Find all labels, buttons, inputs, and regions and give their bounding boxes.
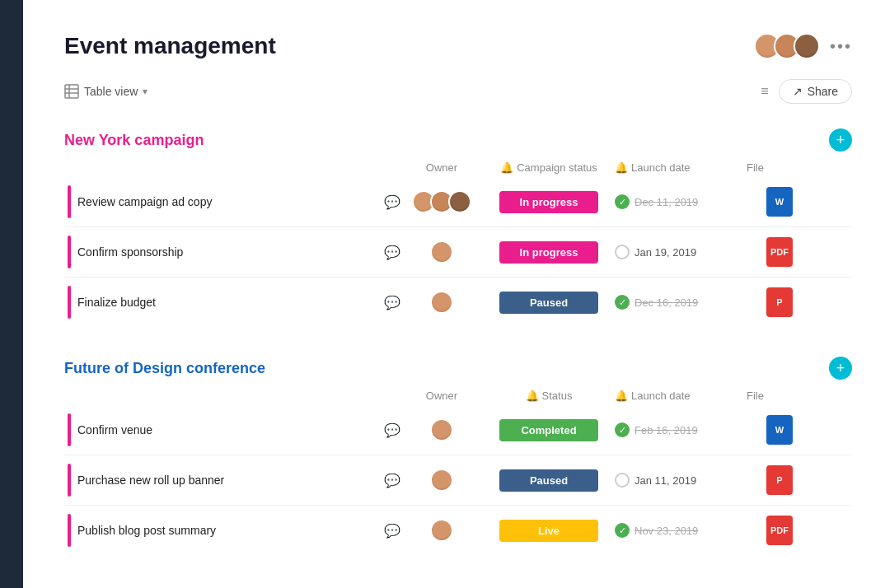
status-cell: Paused <box>483 469 615 492</box>
add-task-button[interactable]: + <box>829 128 852 152</box>
toolbar-right: ≡ ↗ Share <box>761 79 852 104</box>
section-fod-conference: Future of Design conference + Owner 🔔Sta… <box>64 357 852 552</box>
comment-icon[interactable]: 💬 <box>384 194 400 210</box>
date-value: Jan 19, 2019 <box>634 246 696 259</box>
col-file-header: File <box>747 390 812 402</box>
file-icon-pdf[interactable]: PDF <box>766 516 793 545</box>
section-ny-campaign: New York campaign + Owner 🔔Campaign stat… <box>64 128 852 324</box>
owner-avatar <box>448 190 471 213</box>
task-border <box>68 514 71 547</box>
share-button[interactable]: ↗ Share <box>779 79 852 104</box>
col-date-header: 🔔Launch date <box>615 390 747 402</box>
check-icon: ✓ <box>615 422 630 437</box>
table-row: Publish blog post summary 💬 Live ✓ Nov 2… <box>64 509 852 552</box>
file-icon-ppt[interactable]: P <box>766 287 793 317</box>
task-border <box>68 413 71 446</box>
status-badge[interactable]: In progress <box>499 191 598 213</box>
file-icon-word[interactable]: W <box>766 415 793 445</box>
task-name: Review campaign ad copy <box>77 195 377 208</box>
file-icon-pdf[interactable]: PDF <box>766 237 793 267</box>
date-cell: Jan 19, 2019 <box>615 245 747 259</box>
svg-rect-0 <box>65 85 78 98</box>
more-options-button[interactable]: ••• <box>830 37 852 56</box>
file-icon-word[interactable]: W <box>766 187 793 217</box>
task-border <box>68 236 71 268</box>
task-cell: Review campaign ad copy 💬 <box>64 185 400 218</box>
file-cell: P <box>747 465 812 495</box>
comment-icon[interactable]: 💬 <box>384 295 400 310</box>
file-icon-ppt[interactable]: P <box>766 465 793 495</box>
owner-avatars <box>430 519 453 542</box>
table-row: Confirm sponsorship 💬 In progress Jan 19… <box>64 231 852 273</box>
task-cell: Finalize budget 💬 <box>64 286 400 319</box>
date-value: Feb 16, 2019 <box>634 424 698 436</box>
header-right: ••• <box>754 33 852 59</box>
status-badge[interactable]: Paused <box>499 292 598 314</box>
owner-avatar <box>430 519 453 542</box>
status-cell: Live <box>483 520 615 542</box>
avatar <box>794 33 820 59</box>
status-cell: Completed <box>483 419 615 441</box>
sections-container: New York campaign + Owner 🔔Campaign stat… <box>64 128 852 552</box>
owner-cell <box>400 519 483 542</box>
add-task-button[interactable]: + <box>829 357 852 380</box>
task-name: Publish blog post summary <box>77 524 377 537</box>
task-border <box>68 464 71 497</box>
check-icon: ✓ <box>615 295 630 310</box>
section-title: Future of Design conference <box>64 360 265 377</box>
owner-avatar <box>430 240 453 264</box>
date-cell: ✓ Nov 23, 2019 <box>615 523 747 538</box>
task-cell: Confirm sponsorship 💬 <box>64 236 400 268</box>
task-name: Confirm sponsorship <box>77 245 377 259</box>
comment-icon[interactable]: 💬 <box>384 245 400 260</box>
col-owner-header: Owner <box>400 390 483 402</box>
row-divider <box>64 455 852 455</box>
view-selector[interactable]: Table view ▾ <box>64 84 148 99</box>
section-header: Future of Design conference + <box>64 357 852 380</box>
col-file-header: File <box>747 161 812 174</box>
file-cell: PDF <box>747 237 812 267</box>
comment-icon[interactable]: 💬 <box>384 422 400 438</box>
comment-icon[interactable]: 💬 <box>384 473 400 488</box>
share-icon: ↗ <box>793 85 803 98</box>
date-cell: Jan 11, 2019 <box>615 473 747 488</box>
owner-cell <box>400 291 483 314</box>
status-badge[interactable]: Paused <box>499 469 598 492</box>
file-cell: W <box>747 415 812 445</box>
file-cell: PDF <box>747 516 812 545</box>
task-border <box>68 286 71 319</box>
table-row: Purchase new roll up banner 💬 Paused Jan… <box>64 459 852 502</box>
circle-icon <box>615 245 630 259</box>
circle-icon <box>615 473 630 488</box>
col-date-header: 🔔Launch date <box>615 161 747 174</box>
page-title: Event management <box>64 33 276 59</box>
row-divider <box>64 505 852 506</box>
date-value: Dec 11, 2019 <box>634 196 698 208</box>
filter-icon[interactable]: ≡ <box>761 84 768 99</box>
task-cell: Confirm venue 💬 <box>64 413 400 446</box>
section-title: New York campaign <box>64 132 204 149</box>
table-header: Owner 🔔Campaign status 🔔Launch date File <box>64 161 852 180</box>
check-icon: ✓ <box>615 523 630 538</box>
task-name: Finalize budget <box>77 296 377 309</box>
status-badge[interactable]: Live <box>499 520 598 542</box>
comment-icon[interactable]: 💬 <box>384 523 400 539</box>
owner-avatars <box>430 291 453 314</box>
owner-avatars <box>430 240 453 264</box>
status-cell: Paused <box>483 292 615 314</box>
section-header: New York campaign + <box>64 128 852 152</box>
bell-icon: 🔔 <box>526 390 539 402</box>
bell-icon: 🔔 <box>500 161 513 174</box>
status-badge[interactable]: In progress <box>499 241 598 264</box>
row-divider <box>64 226 852 227</box>
chevron-down-icon: ▾ <box>143 86 148 97</box>
main-content: Event management ••• Table view ▾ ≡ <box>23 0 885 588</box>
file-cell: W <box>747 187 812 217</box>
owner-avatars <box>430 469 453 492</box>
status-badge[interactable]: Completed <box>499 419 598 441</box>
check-icon: ✓ <box>615 194 630 209</box>
date-value: Nov 23, 2019 <box>634 525 698 537</box>
table-row: Finalize budget 💬 Paused ✓ Dec 16, 2019 … <box>64 281 852 324</box>
table-view-icon <box>64 84 79 99</box>
col-owner-header: Owner <box>400 161 483 174</box>
